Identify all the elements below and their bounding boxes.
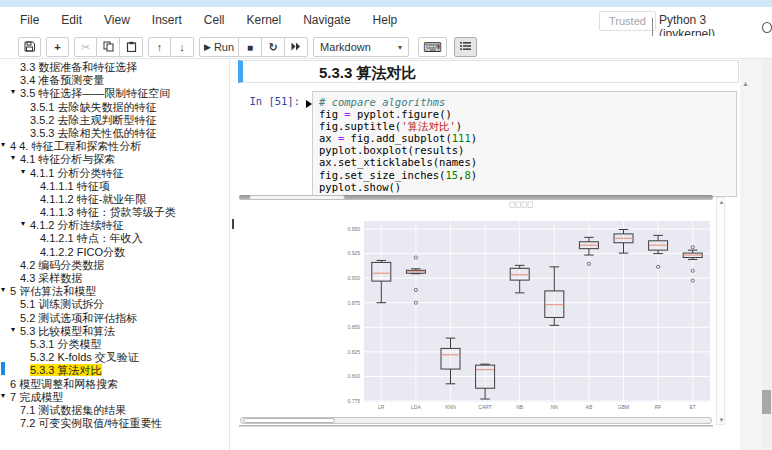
- restart-run-all-button[interactable]: [285, 37, 308, 57]
- menu-help[interactable]: Help: [373, 13, 398, 27]
- section-heading: 5.3.3 算法对比: [319, 64, 417, 83]
- toc-item[interactable]: 6 模型调整和网格搜索: [0, 376, 229, 389]
- restart-kernel-button[interactable]: ↻: [262, 37, 285, 57]
- add-cell-button[interactable]: +: [46, 37, 69, 57]
- toc-item[interactable]: 4.1.1.3 特征：贷款等级子类: [0, 204, 229, 217]
- code-line: fig.set_size_inches(15,8): [319, 169, 730, 181]
- output-bottom-hscrollbar[interactable]: [240, 417, 712, 424]
- toc-item[interactable]: ▾5.3 比较模型和算法: [0, 323, 229, 336]
- code-line: fig.suptitle('算法对比'): [319, 120, 730, 132]
- caret-down-icon[interactable]: ▾: [11, 85, 20, 98]
- svg-text:CART: CART: [478, 404, 492, 410]
- keyboard-icon: ⌨: [423, 40, 442, 55]
- toc-item[interactable]: 4.1.2.2 FICO分数: [0, 244, 229, 257]
- code-line: ax.set_xticklabels(names): [319, 156, 730, 168]
- svg-text:0.950: 0.950: [347, 226, 360, 232]
- output-top-hscrollbar-thumb[interactable]: [249, 195, 345, 200]
- move-cell-up-button[interactable]: ↑: [148, 37, 171, 57]
- toc-item[interactable]: 5.1 训练测试拆分: [0, 296, 229, 309]
- move-cell-down-button[interactable]: ↓: [171, 37, 194, 57]
- toc-toggle-button[interactable]: [454, 37, 477, 57]
- output-bottom-hscrollbar-thumb[interactable]: [243, 418, 335, 423]
- menu-kernel[interactable]: Kernel: [247, 13, 282, 27]
- paste-cell-button[interactable]: [120, 37, 143, 57]
- window-scrollbar-thumb[interactable]: [762, 390, 771, 414]
- notebook-scroll-up-arrow-icon[interactable]: ▲: [742, 80, 749, 87]
- trusted-badge[interactable]: Trusted: [599, 11, 656, 31]
- menu-file[interactable]: File: [20, 13, 39, 27]
- notebook-toolbar: + ✂ ↑ ↓ ▶Run ■ ↻ Markdown ▾ ⌨: [0, 36, 772, 59]
- cut-cell-button[interactable]: ✂: [74, 37, 97, 57]
- toc-item[interactable]: ▾4.1 特征分析与探索: [0, 151, 229, 164]
- toc-item[interactable]: ▾4.1.2 分析连续特征: [0, 217, 229, 230]
- toc-item[interactable]: 4.1.1.2 特征-就业年限: [0, 191, 229, 204]
- output-top-hscrollbar[interactable]: [239, 195, 713, 200]
- toc-item-label: 3.5.2 去除主观判断型特征: [30, 114, 157, 126]
- caret-down-icon[interactable]: ▾: [1, 389, 10, 402]
- toc-item-label: 4.2 编码分类数据: [20, 259, 104, 271]
- save-button[interactable]: [18, 37, 41, 57]
- caret-down-icon[interactable]: ▾: [11, 323, 20, 336]
- toc-item[interactable]: 5.3.2 K-folds 交叉验证: [0, 349, 229, 362]
- menu-insert[interactable]: Insert: [152, 13, 182, 27]
- toc-item[interactable]: ▾4.1.1 分析分类特征: [0, 165, 229, 178]
- toc-item[interactable]: ▾7 完成模型: [0, 389, 229, 402]
- svg-text:ET: ET: [690, 404, 696, 410]
- menu-navigate[interactable]: Navigate: [303, 13, 350, 27]
- code-input-area[interactable]: # compare algorithmsfig = pyplot.figure(…: [312, 91, 737, 197]
- toc-item[interactable]: ▾4 4. 特征工程和探索性分析: [0, 138, 229, 151]
- svg-text:0.775: 0.775: [347, 398, 360, 404]
- scroll-up-arrow-icon[interactable]: ▲: [718, 199, 725, 205]
- sidebar-scrollbar-thumb[interactable]: [232, 219, 234, 229]
- kernel-divider: [652, 18, 653, 36]
- svg-text:NB: NB: [516, 404, 524, 410]
- toc-item[interactable]: 7.2 可变实例取值/特征重要性: [0, 415, 229, 428]
- svg-text:0.825: 0.825: [347, 349, 360, 355]
- toc-item[interactable]: 3.3 数据准备和特征选择: [0, 59, 229, 72]
- menu-cell[interactable]: Cell: [204, 13, 225, 27]
- output-bottom-shadow: [239, 425, 713, 427]
- toc-item-label: 5.3 比较模型和算法: [20, 325, 115, 337]
- notebook-main: 5.3.3 算法对比 In [51]: # compare algorithms…: [237, 59, 740, 450]
- toc-item[interactable]: 5.3.1 分类模型: [0, 336, 229, 349]
- run-button[interactable]: ▶Run: [199, 37, 239, 57]
- toc-item[interactable]: 4.1.1.1 特征项: [0, 178, 229, 191]
- menu-view[interactable]: View: [104, 13, 130, 27]
- toc-sidebar: 3.3 数据准备和特征选择3.4 准备预测变量▾3.5 特征选择——限制特征空间…: [0, 59, 230, 450]
- toc-item[interactable]: 3.5.2 去除主观判断型特征: [0, 112, 229, 125]
- toc-item-label: 4.1.1.1 特征项: [40, 180, 110, 192]
- svg-text:GBM: GBM: [618, 404, 629, 410]
- toc-item[interactable]: 7.1 测试数据集的结果: [0, 402, 229, 415]
- toc-item[interactable]: 3.4 准备预测变量: [0, 72, 229, 85]
- scroll-down-arrow-icon[interactable]: ▼: [718, 417, 725, 423]
- markdown-heading-cell[interactable]: 5.3.3 算法对比: [238, 60, 739, 83]
- toc-item[interactable]: 3.5.3 去除相关性低的特征: [0, 125, 229, 138]
- interrupt-kernel-button[interactable]: ■: [239, 37, 262, 57]
- menu-edit[interactable]: Edit: [61, 13, 82, 27]
- toc-item[interactable]: ▾3.5 特征选择——限制特征空间: [0, 85, 229, 98]
- toc-item-label: 4.1.1.2 特征-就业年限: [40, 193, 146, 205]
- copy-cell-button[interactable]: [97, 37, 120, 57]
- toc-item[interactable]: 5.3.3 算法对比: [0, 362, 229, 375]
- svg-text:0.850: 0.850: [347, 324, 360, 330]
- toc-item[interactable]: 5.2 测试选项和评估指标: [0, 310, 229, 323]
- toc-item-label: 3.5 特征选择——限制特征空间: [20, 87, 170, 99]
- boxplot-svg: 0.9500.9250.9000.8750.8500.8250.8000.775…: [308, 201, 714, 414]
- toc-item-label: 4.1.2 分析连续特征: [30, 219, 124, 231]
- output-vscrollbar[interactable]: ▲ ▼: [716, 197, 725, 425]
- caret-down-icon[interactable]: ▾: [21, 217, 30, 230]
- toc-item[interactable]: 4.1.2.1 特点：年收入: [0, 230, 229, 243]
- toc-item-label: 5.3.1 分类模型: [30, 338, 102, 350]
- cell-type-dropdown[interactable]: Markdown ▾: [313, 37, 409, 57]
- toc-item[interactable]: 4.2 编码分类数据: [0, 257, 229, 270]
- toc-item[interactable]: 3.5.1 去除缺失数据的特征: [0, 99, 229, 112]
- chevron-down-icon: ▾: [398, 43, 402, 52]
- toc-item[interactable]: ▾5 评估算法和模型: [0, 283, 229, 296]
- toc-item-label: 3.5.1 去除缺失数据的特征: [30, 101, 157, 113]
- toc-item[interactable]: 4.3 采样数据: [0, 270, 229, 283]
- command-palette-button[interactable]: ⌨: [418, 37, 447, 57]
- caret-down-icon[interactable]: ▾: [11, 151, 20, 164]
- caret-down-icon[interactable]: ▾: [1, 283, 10, 296]
- caret-down-icon[interactable]: ▾: [1, 138, 10, 151]
- caret-down-icon[interactable]: ▾: [21, 165, 30, 178]
